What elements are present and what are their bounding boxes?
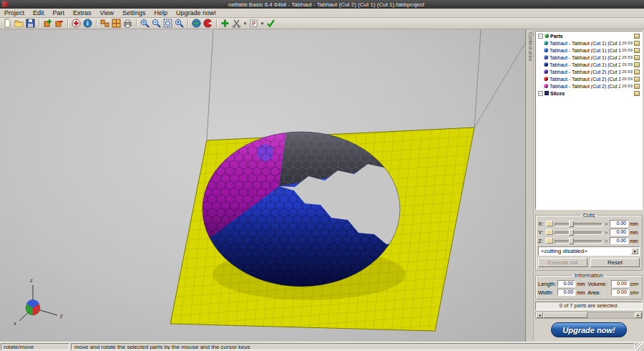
cutting-mode-dropdown[interactable]: <cutting disabled> ▾ <box>538 246 640 256</box>
cut-icon[interactable] <box>231 18 242 29</box>
scroll-right-icon[interactable]: ► <box>635 312 642 318</box>
part-status-icon[interactable] <box>634 62 640 67</box>
part-status-icon[interactable] <box>634 55 640 60</box>
tree-expander-icon[interactable]: − <box>538 91 543 96</box>
apply-check-icon[interactable] <box>265 18 276 29</box>
slider-thumb[interactable] <box>569 238 574 244</box>
cut-spinner-icon[interactable]: > <box>604 230 608 235</box>
pack-parts-icon[interactable] <box>111 18 122 29</box>
arrange-parts-icon[interactable] <box>99 18 110 29</box>
print-icon[interactable] <box>122 18 133 29</box>
menu-extras[interactable]: Extras <box>69 9 96 17</box>
resize-grip[interactable] <box>635 343 643 350</box>
part-tree-row[interactable]: Tabhaut - Tabhaut (Cut 1) (Cut 2) (Cut 2… <box>537 61 641 68</box>
cut-color-swatch[interactable] <box>546 229 553 235</box>
context-scrollbar[interactable]: ◄ ► <box>535 312 643 319</box>
context-area-tab[interactable]: Context area <box>526 29 534 342</box>
execute-cut-button[interactable]: Execute cut <box>538 258 587 267</box>
part-status-icon[interactable] <box>634 84 640 89</box>
menu-part[interactable]: Part <box>49 9 69 17</box>
render-sphere-icon[interactable] <box>203 18 213 29</box>
upgrade-now-button[interactable]: Upgrade now! <box>551 322 627 337</box>
part-status-icon[interactable] <box>634 41 640 46</box>
main-area: z y x Context area − Parts Tabhaut - Tab… <box>0 29 644 342</box>
cut-slider-y[interactable] <box>555 229 602 236</box>
parts-tree: − Parts Tabhaut - Tabhaut (Cut 1) (Cut 1… <box>535 31 643 210</box>
part-tree-row[interactable]: Tabhaut - Tabhaut (Cut 1) (Cut 1) (Cut 1… <box>537 39 641 47</box>
cut-chevron-down-icon[interactable]: ▾ <box>243 21 248 27</box>
cut-value-field-x[interactable]: 0.00 <box>610 220 628 227</box>
cut-spinner-icon[interactable]: > <box>604 221 608 226</box>
cut-value-field-z[interactable]: 0.00 <box>610 237 628 244</box>
parts-tree-header[interactable]: − Parts <box>537 32 641 39</box>
length-value-field[interactable]: 0.00 <box>557 280 575 287</box>
reset-button[interactable]: Reset <box>590 258 640 267</box>
part-label: Tabhaut - Tabhaut (Cut 2) (Cut 2) (Cut 1… <box>550 84 620 89</box>
cut-unit-label: mm <box>630 221 640 226</box>
cut-color-swatch[interactable] <box>546 221 553 226</box>
slices-tree-header[interactable]: − Slices <box>537 90 641 97</box>
cut-axis-row-y: Y: > 0.00 mm <box>538 228 640 236</box>
menu-project[interactable]: Project <box>0 9 29 17</box>
cut-axis-row-z: Z: > 0.00 mm <box>538 236 640 245</box>
part-status-icon[interactable] <box>634 34 640 39</box>
width-unit: mm <box>577 290 586 295</box>
part-info-icon[interactable] <box>82 18 93 29</box>
application-icon[interactable] <box>2 1 8 7</box>
area-value-field[interactable]: 0.00 <box>611 289 629 296</box>
info-row: Length: 0.00 mm Volume: 0.00 cm³ <box>538 279 640 288</box>
menu-settings[interactable]: Settings <box>118 9 150 17</box>
new-project-icon[interactable] <box>2 18 13 29</box>
menu-upgrade-now[interactable]: Upgrade now! <box>172 9 220 17</box>
zoom-to-fit-icon[interactable] <box>162 18 173 29</box>
cut-value-field-y[interactable]: 0.00 <box>610 229 628 236</box>
repair-chevron-down-icon[interactable]: ▾ <box>260 21 265 27</box>
menu-edit[interactable]: Edit <box>29 9 49 17</box>
menu-help[interactable]: Help <box>150 9 172 17</box>
area-label: Area: <box>587 289 610 296</box>
viewport-3d[interactable]: z y x <box>0 29 525 342</box>
remove-part-icon[interactable] <box>54 18 64 29</box>
part-status-icon[interactable] <box>634 69 640 74</box>
scene-3d[interactable]: z y x <box>0 29 525 342</box>
part-tree-row[interactable]: Tabhaut - Tabhaut (Cut 2) (Cut 1) (Cut 2… <box>537 75 641 82</box>
volume-value-field[interactable]: 0.00 <box>611 280 629 287</box>
slider-thumb[interactable] <box>569 221 574 227</box>
zoom-out-icon[interactable] <box>151 18 162 29</box>
part-color-icon <box>544 77 548 81</box>
part-status-icon[interactable] <box>634 91 640 96</box>
zoom-in-icon[interactable] <box>140 18 150 29</box>
part-tree-row[interactable]: Tabhaut - Tabhaut (Cut 1) (Cut 1) (Cut 2… <box>537 47 641 54</box>
width-value-field[interactable]: 0.00 <box>557 289 575 296</box>
menu-view[interactable]: View <box>96 9 118 17</box>
open-project-icon[interactable] <box>14 18 24 29</box>
cut-spinner-icon[interactable]: > <box>604 239 608 244</box>
width-label: Width: <box>538 289 556 296</box>
tree-expander-icon[interactable]: − <box>538 34 543 39</box>
save-project-icon[interactable] <box>25 18 36 29</box>
cut-slider-z[interactable] <box>555 238 602 244</box>
menu-bar: Project Edit Part Extras View Settings H… <box>0 9 644 18</box>
part-tree-row[interactable]: Tabhaut - Tabhaut (Cut 2) (Cut 1) (Cut 1… <box>537 68 641 75</box>
scrollbar-thumb[interactable] <box>543 312 587 318</box>
status-bar: rotate/move move and rotate the selected… <box>0 342 644 351</box>
add-icon[interactable] <box>220 18 230 29</box>
repair-part-icon[interactable] <box>71 18 82 29</box>
area-unit: cm² <box>630 290 640 295</box>
part-status-icon[interactable] <box>634 77 640 82</box>
cut-slider-x[interactable] <box>555 221 602 227</box>
volume-unit: cm³ <box>630 282 640 287</box>
scroll-left-icon[interactable]: ◄ <box>536 312 543 318</box>
part-label: Tabhaut - Tabhaut (Cut 2) (Cut 1) (Cut 1… <box>550 69 620 74</box>
add-part-icon[interactable] <box>42 18 53 29</box>
part-tree-row[interactable]: Tabhaut - Tabhaut (Cut 2) (Cut 2) (Cut 1… <box>537 82 641 90</box>
part-tree-row[interactable]: Tabhaut - Tabhaut (Cut 1) (Cut 2) (Cut 1… <box>537 54 641 61</box>
part-status-icon[interactable] <box>634 48 640 53</box>
view-globe-icon[interactable] <box>191 18 202 29</box>
chevron-down-icon[interactable]: ▾ <box>631 248 638 254</box>
zoom-all-icon[interactable] <box>174 18 185 29</box>
part-label: Tabhaut - Tabhaut (Cut 1) (Cut 1) (Cut 1… <box>550 41 620 46</box>
repair-scripts-icon[interactable] <box>248 18 259 29</box>
cut-color-swatch[interactable] <box>546 238 553 244</box>
slider-thumb[interactable] <box>569 229 574 236</box>
